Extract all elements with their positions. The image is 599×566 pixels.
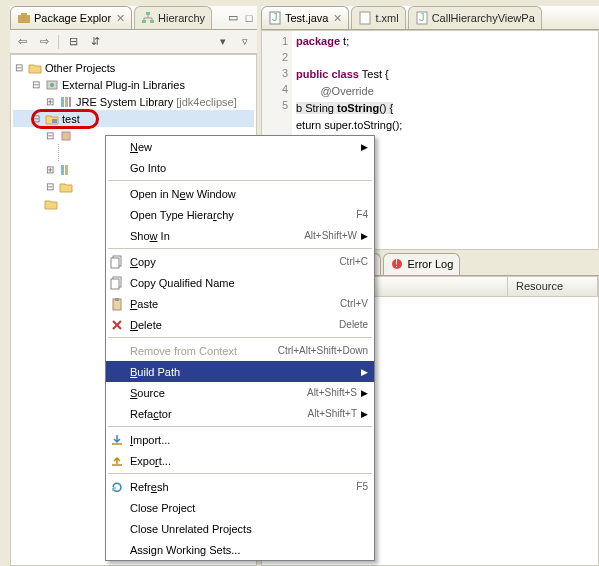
folder-icon [28,61,42,75]
menu-label: Open Type Hierarchy [130,209,352,221]
svg-text:!: ! [395,257,398,269]
menu-shortcut: Ctrl+V [340,298,368,309]
tab-error-log[interactable]: ! Error Log [383,253,460,275]
collapse-icon[interactable]: ⊟ [65,34,81,50]
paste-icon [108,297,126,311]
tree-item-test[interactable]: ⊟ test [13,110,254,127]
submenu-arrow-icon: ▶ [361,231,368,241]
library-icon [59,95,73,109]
menu-build-path[interactable]: Build Path▶ [106,361,374,382]
menu-label: Open in New Window [130,188,368,200]
submenu-arrow-icon: ▶ [361,367,368,377]
svg-rect-12 [61,165,64,175]
svg-rect-23 [111,258,119,268]
tree-label: External Plug-in Libraries [62,79,185,91]
menu-label: Refactor [130,408,304,420]
copy-icon [108,276,126,290]
xml-file-icon [358,11,372,25]
menu-shortcut: Alt+Shift+T [308,408,357,419]
del-icon [108,318,126,332]
hierarchy-icon [141,11,155,25]
library-icon [59,163,73,177]
menu-paste[interactable]: PasteCtrl+V [106,293,374,314]
plugin-icon [45,78,59,92]
minimize-icon[interactable]: ▭ [225,10,241,26]
menu-label: Build Path [130,366,357,378]
close-icon[interactable]: ✕ [116,12,125,25]
svg-rect-13 [65,165,68,175]
folder-icon [44,197,58,211]
column-resource[interactable]: Resource [508,277,598,296]
svg-rect-7 [61,97,64,107]
tab-label: CallHierarchyViewPa [432,12,535,24]
tab-label: Package Explor [34,12,111,24]
package-icon [17,11,31,25]
menu-go-into[interactable]: Go Into [106,157,374,178]
folder-icon [59,180,73,194]
svg-rect-1 [21,13,27,16]
svg-rect-29 [112,464,122,466]
menu-new[interactable]: New▶ [106,136,374,157]
submenu-arrow-icon: ▶ [361,409,368,419]
menu-show-in[interactable]: Show InAlt+Shift+W▶ [106,225,374,246]
tree-root[interactable]: ⊟ Other Projects [13,59,254,76]
menu-refactor[interactable]: RefactorAlt+Shift+T▶ [106,403,374,424]
back-icon[interactable]: ⇦ [14,34,30,50]
exp-icon [108,454,126,468]
link-editor-icon[interactable]: ⇵ [87,34,103,50]
menu-label: Close Project [130,502,368,514]
menu-delete[interactable]: DeleteDelete [106,314,374,335]
ref-icon [108,480,126,494]
maximize-icon[interactable]: □ [241,10,257,26]
submenu-arrow-icon: ▶ [361,142,368,152]
menu-source[interactable]: SourceAlt+Shift+S▶ [106,382,374,403]
context-menu: New▶Go IntoOpen in New WindowOpen Type H… [105,135,375,561]
svg-text:J: J [419,11,425,23]
tab-callhierarchy[interactable]: J CallHierarchyViewPa [408,6,542,29]
menu-open-in-new-window[interactable]: Open in New Window [106,183,374,204]
menu-remove-from-context: Remove from ContextCtrl+Alt+Shift+Down [106,340,374,361]
filter-icon[interactable]: ▾ [215,34,231,50]
editor-tabbar: J Test.java ✕ t.xml J CallHierarchyViewP… [261,6,599,30]
svg-text:J: J [272,11,278,23]
svg-rect-4 [150,20,154,23]
tab-package-explorer[interactable]: Package Explor ✕ [10,6,132,29]
java-file-icon: J [268,11,282,25]
menu-label: Copy [130,256,335,268]
svg-rect-10 [52,119,57,123]
tab-label: Test.java [285,12,328,24]
tab-label: Hierarchy [158,12,205,24]
menu-refresh[interactable]: RefreshF5 [106,476,374,497]
tab-hierarchy[interactable]: Hierarchy [134,6,212,29]
java-file-icon: J [415,11,429,25]
package-explorer-toolbar: ⇦ ⇨ ⊟ ⇵ ▾ ▿ [10,30,257,54]
menu-close-unrelated-projects[interactable]: Close Unrelated Projects [106,518,374,539]
tab-t-xml[interactable]: t.xml [351,6,405,29]
tree-suffix: [jdk4eclipse] [176,96,237,108]
package-icon [59,129,73,143]
tree-item[interactable]: ⊞ JRE System Library [jdk4eclipse] [13,93,254,110]
tree-label: JRE System Library [76,96,173,108]
menu-label: Remove from Context [130,345,274,357]
menu-label: Import... [130,434,368,446]
tab-label: t.xml [375,12,398,24]
menu-shortcut: Alt+Shift+W [304,230,357,241]
svg-point-6 [50,83,54,87]
menu-label: Close Unrelated Projects [130,523,368,535]
menu-copy-qualified-name[interactable]: Copy Qualified Name [106,272,374,293]
close-icon[interactable]: ✕ [333,12,342,25]
menu-open-type-hierarchy[interactable]: Open Type HierarchyF4 [106,204,374,225]
menu-shortcut: F5 [356,481,368,492]
menu-assign-working-sets[interactable]: Assign Working Sets... [106,539,374,560]
menu-export[interactable]: Export... [106,450,374,471]
tab-test-java[interactable]: J Test.java ✕ [261,6,349,29]
menu-icon[interactable]: ▿ [237,34,253,50]
forward-icon[interactable]: ⇨ [36,34,52,50]
menu-import[interactable]: Import... [106,429,374,450]
menu-label: Export... [130,455,368,467]
menu-shortcut: Ctrl+C [339,256,368,267]
menu-copy[interactable]: CopyCtrl+C [106,251,374,272]
tree-item[interactable]: ⊟ External Plug-in Libraries [13,76,254,93]
menu-close-project[interactable]: Close Project [106,497,374,518]
copy-icon [108,255,126,269]
